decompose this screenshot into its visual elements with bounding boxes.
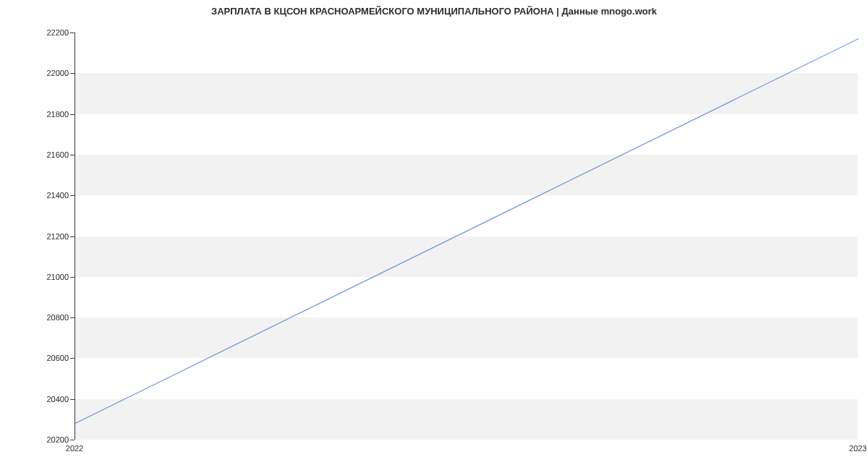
y-tick-mark <box>70 73 75 74</box>
y-tick-label: 20200 <box>25 435 69 444</box>
y-tick-mark <box>70 440 75 440</box>
y-tick-mark <box>70 277 75 278</box>
y-tick-label: 22000 <box>25 69 69 77</box>
y-tick-label: 20400 <box>25 395 69 403</box>
y-tick-mark <box>70 195 75 196</box>
y-tick-label: 20600 <box>25 354 69 362</box>
y-tick-label: 21800 <box>25 110 69 119</box>
y-tick-label: 22200 <box>25 28 69 37</box>
line-series <box>75 33 859 440</box>
y-tick-mark <box>70 33 75 33</box>
y-tick-label: 21600 <box>25 150 69 159</box>
y-tick-mark <box>70 236 75 237</box>
y-tick-mark <box>70 358 75 359</box>
y-tick-label: 20800 <box>25 313 69 322</box>
y-tick-mark <box>70 399 75 400</box>
plot-area <box>75 33 858 440</box>
y-tick-label: 21200 <box>25 232 69 241</box>
y-tick-label: 21000 <box>25 273 69 281</box>
x-tick-label: 2022 <box>66 444 83 453</box>
y-tick-label: 21400 <box>25 191 69 200</box>
y-tick-mark <box>70 155 75 155</box>
chart-title: ЗАРПЛАТА В КЦСОН КРАСНОАРМЕЙСКОГО МУНИЦИ… <box>0 6 868 17</box>
y-tick-mark <box>70 114 75 115</box>
y-tick-mark <box>70 317 75 318</box>
x-tick-label: 2023 <box>849 444 867 453</box>
